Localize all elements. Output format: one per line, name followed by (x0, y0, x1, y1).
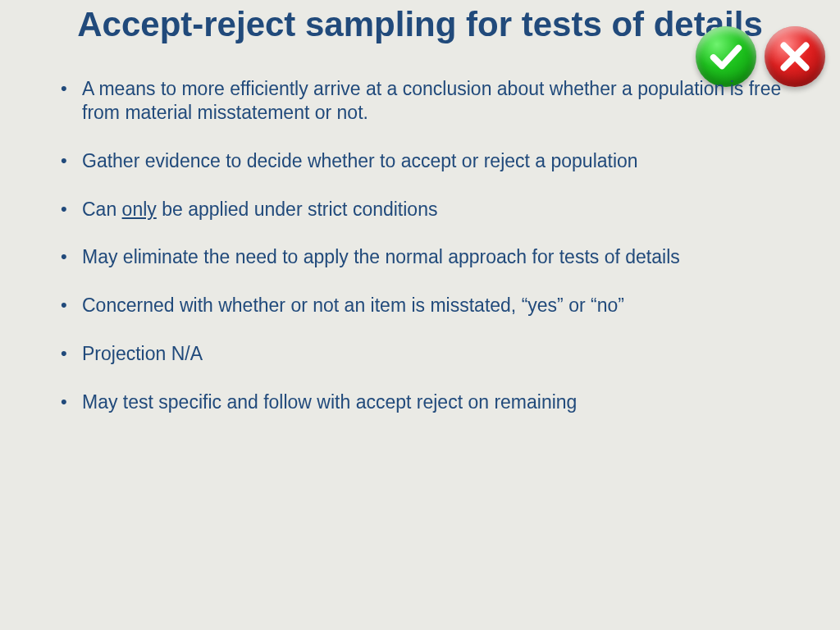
list-item: Projection N/A (82, 342, 783, 366)
list-item: Gather evidence to decide whether to acc… (82, 149, 783, 173)
list-item: Concerned with whether or not an item is… (82, 294, 783, 317)
list-item: May eliminate the need to apply the norm… (82, 245, 783, 269)
list-item: May test specific and follow with accept… (82, 390, 783, 414)
list-item: Can only be applied under strict conditi… (82, 198, 783, 221)
slide-body: A means to more efficiently arrive at a … (0, 44, 840, 413)
list-item: A means to more efficiently arrive at a … (82, 77, 783, 125)
bullet-list: A means to more efficiently arrive at a … (82, 77, 783, 413)
